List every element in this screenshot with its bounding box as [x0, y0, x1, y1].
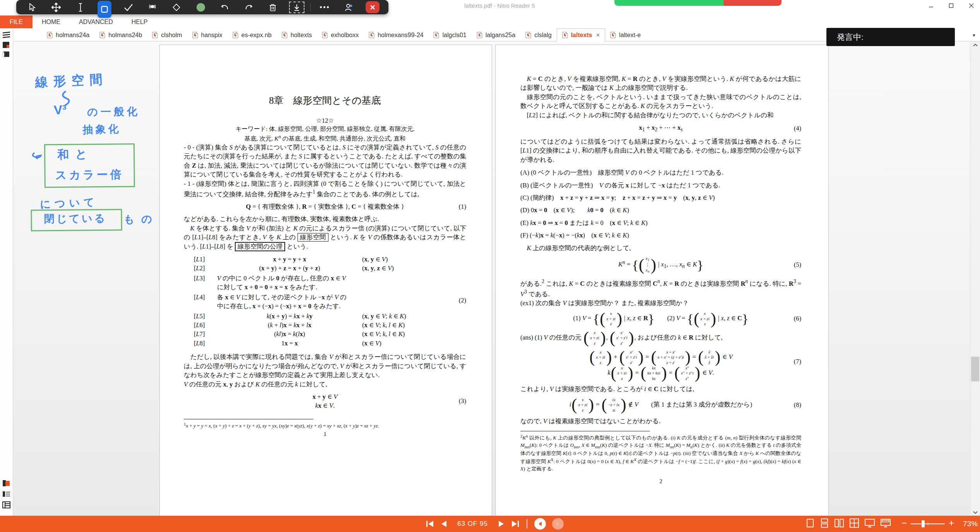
close-window-button[interactable]	[965, 1, 977, 10]
maximize-button[interactable]	[945, 1, 957, 10]
property-B: (B) (逆ベクトルの一意性) V の各元 x に対して −x はただ 1 つで…	[520, 181, 801, 190]
tab-clslalg[interactable]: clslalg	[520, 29, 556, 41]
tab-clsholm[interactable]: clsholm	[147, 29, 187, 41]
eraser-tool-icon[interactable]	[164, 0, 188, 14]
menu-home[interactable]: HOME	[32, 15, 70, 28]
equation-1-number: (1)	[459, 202, 466, 211]
screen-share-indicator[interactable]	[614, 0, 782, 6]
paragraph-1: - 1 - (線形空間) 体とは, 簡潔に言うと, 四則演算 (0 で割ることを…	[184, 179, 466, 199]
details-view-icon[interactable]	[2, 501, 11, 509]
vertical-scrollbar[interactable]	[970, 41, 980, 516]
menu-bar: FILE HOME ADVANCED HELP	[0, 15, 980, 28]
equation-4: x1 + x2 + ⋯ + xs (4)	[520, 123, 801, 134]
scroll-down-icon[interactable]	[970, 509, 980, 516]
tab-lalgcls01[interactable]: lalgcls01	[428, 29, 471, 41]
next-view-button[interactable]	[552, 518, 564, 530]
zoom-level[interactable]: 73%	[963, 520, 978, 528]
menu-file[interactable]: FILE	[0, 15, 32, 28]
zoom-slider-handle[interactable]	[922, 520, 925, 527]
scrollbar-thumb[interactable]	[971, 357, 979, 381]
footnote-rule	[184, 419, 313, 419]
equation-6-number: (6)	[794, 314, 801, 323]
color-swatch-green-icon[interactable]	[188, 0, 212, 14]
save-tool-icon[interactable]	[285, 0, 309, 14]
equation-1: Q = { 有理数全体 }, R = { 実数全体 }, C = { 複素数全体…	[184, 202, 466, 211]
sidebar-panel-strip	[0, 28, 13, 516]
equation-5-number: (5)	[794, 261, 801, 269]
more-options-icon[interactable]	[312, 0, 336, 14]
p2-paragraph-10: なので, V は複素線形空間ではないことがわかる.	[520, 417, 801, 426]
presenter-icon[interactable]	[337, 0, 361, 14]
close-annotation-toolbar-icon[interactable]	[361, 0, 385, 14]
bookmarks-panel-icon[interactable]	[2, 41, 11, 49]
property-E: (E) kx = 0 ⇒ x = 0 または k = 0 (x ∈ V; k ∈…	[520, 218, 801, 227]
first-page-button[interactable]	[426, 520, 434, 528]
tab-exholboxx[interactable]: exholboxx	[317, 29, 364, 41]
handwriting-strokes	[13, 44, 167, 239]
pan-tool-icon[interactable]	[44, 0, 68, 14]
pages-panel-icon[interactable]	[2, 31, 11, 39]
next-page-button[interactable]	[498, 520, 505, 528]
p2-paragraph-1: K = C のとき, V を複素線形空間, K = R のとき, V を実線形空…	[520, 74, 801, 93]
previous-page-button[interactable]	[440, 520, 447, 528]
thumbnail-view-icon[interactable]	[2, 479, 11, 487]
facing-pages-view-icon[interactable]	[834, 518, 844, 530]
tab-holtexts[interactable]: holtexts	[277, 29, 317, 41]
list-view-icon[interactable]	[2, 490, 11, 498]
tab-lalgans25a[interactable]: lalgans25a	[472, 29, 520, 41]
single-page-view-icon[interactable]	[806, 518, 815, 530]
tab-laltexts-active[interactable]: laltexts×	[557, 28, 605, 41]
p2-paragraph-3: [L2] によれば, ベクトルの和に関する結合律がなりたつので, いくらかのベク…	[520, 111, 801, 120]
tab-close-icon[interactable]: ×	[596, 32, 600, 39]
green-annotation-box-1	[44, 143, 135, 188]
undo-icon[interactable]	[213, 0, 237, 14]
nitro-reader-window: laltexts.pdf - Nitro Reader 5	[0, 0, 980, 532]
presentation-view-icon[interactable]	[880, 518, 891, 530]
property-C: (C) (簡約律) x + z = y + z ⇒ x = y; z + x =…	[520, 193, 801, 202]
tab-holmans24b[interactable]: holmans24b	[94, 29, 147, 41]
note-about: について	[40, 195, 99, 211]
tab-hanspix[interactable]: hanspix	[187, 29, 227, 41]
rectangle-tool-icon[interactable]	[92, 0, 116, 14]
share-red-segment	[723, 0, 782, 6]
text-tool-icon[interactable]	[68, 0, 92, 14]
menu-advanced[interactable]: ADVANCED	[70, 15, 122, 28]
zoom-slider[interactable]	[911, 523, 945, 524]
pdf-page-1: 8章 線形空間とその基底 ☆12☆ キーワード: 体, 線形空間, 公理, 部分…	[159, 45, 492, 516]
tab-holmans24a[interactable]: holmans24a	[42, 29, 94, 41]
delete-tool-icon[interactable]	[261, 0, 285, 14]
menu-help[interactable]: HELP	[122, 15, 157, 28]
green-annotation-box-2	[31, 209, 122, 231]
tab-laltext-e[interactable]: laltext-e	[605, 29, 646, 41]
star-marker: ☆12☆	[184, 116, 466, 125]
paragraph-4: ただし, 以後本講で実際に現れる問題では, 集合 V が和とスカラー倍について閉…	[184, 352, 466, 379]
note-scalar-multiple: スカラー倍	[55, 167, 123, 183]
tab-es-expx-nb[interactable]: es-expx.nb	[227, 29, 277, 41]
page-indicator[interactable]: 63 OF 95	[457, 520, 488, 528]
pdf-viewer-canvas[interactable]: 8章 線形空間とその基底 ☆12☆ キーワード: 体, 線形空間, 公理, 部分…	[13, 41, 980, 516]
continuous-view-icon[interactable]	[820, 518, 829, 530]
zoom-in-icon[interactable]	[949, 520, 954, 527]
last-page-button[interactable]	[511, 520, 520, 528]
previous-view-button[interactable]	[534, 518, 546, 530]
equation-5: Kn = {(x1⋮xn) | x1, …, xn ∈ K} (5)	[520, 256, 801, 274]
grid-view-icon[interactable]	[849, 518, 859, 530]
check-tool-icon[interactable]	[116, 0, 140, 14]
equation-3: x + y ∈ Vkx ∈ V. (3)	[184, 392, 466, 410]
zoom-out-icon[interactable]	[901, 520, 907, 527]
tab-holmexans99-24[interactable]: holmexans99-24	[364, 29, 428, 41]
axiom-list: [L1]x + y = y + x(x, y ∈ V) [L2](x + y) …	[184, 255, 466, 348]
footnote-2: 2Kn 以外にも, K 上の線形空間の典型例として以下のものがある. (i) K…	[520, 433, 801, 472]
property-D: (D) 0x = 0 (x ∈ V); k0 = 0 (k ∈ K)	[520, 206, 801, 215]
note-generalization: の一般化	[87, 105, 140, 119]
page-number-2: 2	[520, 477, 801, 486]
equation-6: (1) V = {(xx + ziz) | x, z ∈ R} (2) V = …	[520, 311, 801, 327]
tab-overflow-dropdown-icon[interactable]: ▼	[972, 33, 976, 38]
laser-pointer-icon[interactable]	[140, 0, 164, 14]
scroll-up-icon[interactable]	[970, 41, 980, 48]
fullscreen-view-icon[interactable]	[864, 518, 875, 530]
comments-panel-icon[interactable]	[2, 51, 11, 58]
pointer-tool-icon[interactable]	[20, 0, 44, 14]
minimize-button[interactable]	[925, 1, 937, 10]
redo-icon[interactable]	[237, 0, 261, 14]
